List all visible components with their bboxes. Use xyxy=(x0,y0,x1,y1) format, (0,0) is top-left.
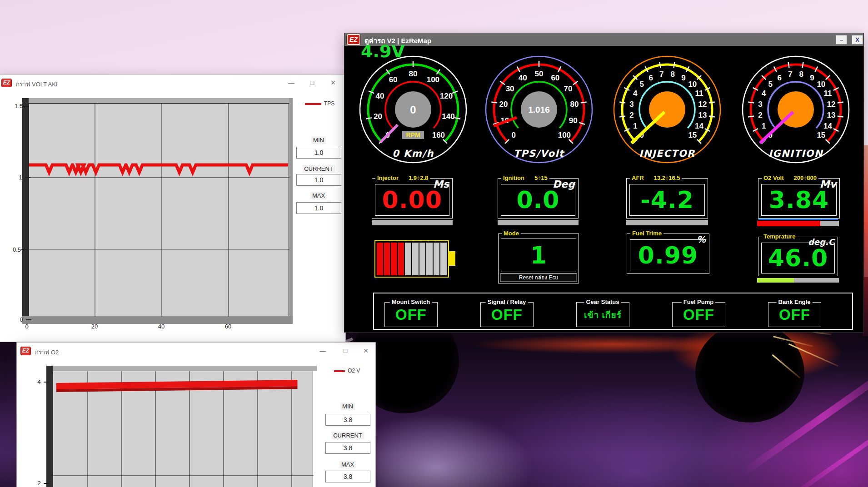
gauge-tick-label: 20 xyxy=(374,112,382,121)
temperature-label: Temprature xyxy=(762,233,798,240)
status-value: OFF xyxy=(779,306,810,323)
car-tire-right xyxy=(695,323,804,422)
status-mount-switch: OFF xyxy=(384,302,438,327)
minimize-button[interactable]: — xyxy=(315,345,330,356)
rpm-badge: RPM xyxy=(406,131,420,139)
gauge-tick-label: 11 xyxy=(823,89,832,98)
gauge-tick-label: 120 xyxy=(440,92,453,100)
maximize-button[interactable]: □ xyxy=(338,345,353,356)
battery-cell xyxy=(419,243,426,275)
legend-color-swatch xyxy=(305,103,321,105)
gauge-tick xyxy=(788,62,789,68)
battery-cell xyxy=(440,243,447,275)
gauge-tick-label: 8 xyxy=(671,70,675,79)
battery-cell xyxy=(434,243,440,275)
maximize-button[interactable]: □ xyxy=(304,77,320,88)
app-logo: EZ xyxy=(347,34,360,45)
status-gear-status: เข้า เกียร์ xyxy=(576,302,629,327)
display-value: 0.00 xyxy=(382,186,442,214)
chart-series-svg xyxy=(53,371,314,487)
gauge-tick-label: 3 xyxy=(758,100,762,109)
status-value: เข้า เกียร์ xyxy=(584,308,622,322)
gauge-center-value: 1.016 xyxy=(528,105,550,114)
battery-cell xyxy=(377,243,383,275)
gauge-tick xyxy=(619,102,625,103)
gauge-tick-label: 5 xyxy=(639,80,644,89)
gauge-tick-label: 7 xyxy=(659,70,663,79)
display-afr: AFR13.2÷16.5-4.2 xyxy=(626,178,708,219)
display-label: Ignition5÷15 xyxy=(501,174,549,181)
gauge-tps-volt: 01020304050607080901001.016TPS/Volt xyxy=(482,53,596,166)
gauge-tick xyxy=(619,116,625,117)
window-ezremap: EZ ดูค่ารถ V2 | EzReMap – X Injector1.9÷… xyxy=(344,33,864,333)
gauge-tick-label: 10 xyxy=(817,80,825,89)
chart-bevel-right xyxy=(289,98,293,316)
status-fuel-pump: OFF xyxy=(672,302,725,327)
field-input-max[interactable]: 1.0 xyxy=(296,202,341,214)
fuel-trim-value: 0.99 xyxy=(638,242,698,269)
chart-plot-area xyxy=(53,371,313,487)
y-tick-label: 4 xyxy=(37,378,40,385)
display-value-box: 0.00 xyxy=(375,184,449,216)
gauge-tick-label: 80 xyxy=(570,100,579,109)
display-injector: Injector1.9÷2.8Ms0.00 xyxy=(372,178,453,219)
close-button[interactable]: X xyxy=(852,35,863,45)
gauge-tick-label: 100 xyxy=(427,75,439,84)
status-signal-relay: OFF xyxy=(480,302,534,327)
gauge-tick-label: 1 xyxy=(762,122,766,130)
reset-ecu-button[interactable]: Reset กล่อง Ecu xyxy=(500,273,577,282)
display-value: 3.84 xyxy=(769,186,829,214)
chart-series-svg xyxy=(29,104,289,317)
field-input-min[interactable]: 1.0 xyxy=(296,147,341,159)
o2-level-bar xyxy=(757,221,839,226)
battery-cell xyxy=(384,243,390,275)
mode-groupbox: Mode 1 Reset กล่อง Ecu xyxy=(498,234,579,283)
o2-level-fill xyxy=(757,221,820,226)
mode-label: Mode xyxy=(502,230,521,237)
y-tick xyxy=(26,319,31,320)
gauge-tick-label: 60 xyxy=(551,74,559,82)
field-input-current[interactable]: 1.0 xyxy=(296,174,341,186)
gauge-tick-label: 2 xyxy=(758,111,762,119)
status-label: Bank Engle xyxy=(777,298,813,305)
gauge-tick-label: 13 xyxy=(827,111,836,119)
minimize-button[interactable]: — xyxy=(284,77,299,88)
gauge-name-label: INJECTOR xyxy=(639,148,695,159)
battery-terminal xyxy=(449,251,455,266)
display-name: O2 Volt xyxy=(763,174,784,181)
y-tick-label: 0.5 xyxy=(13,246,21,253)
gauge-tick xyxy=(491,102,497,103)
chart-bevel-left xyxy=(22,98,29,324)
display-value: -4.2 xyxy=(640,186,694,214)
window-title: กราฟ O2 xyxy=(35,348,59,357)
display-value-box: -4.2 xyxy=(629,184,705,216)
display-label: O2 Volt200÷800 xyxy=(762,174,818,181)
gauge-name-label: IGNITION xyxy=(768,148,823,159)
minimize-button[interactable]: – xyxy=(836,35,847,45)
titlebar: EZ ดูค่ารถ V2 | EzReMap – X xyxy=(344,33,863,46)
field-input-max[interactable]: 3.8 xyxy=(325,471,370,482)
gauge-tick-label: 13 xyxy=(698,111,707,119)
field-label-min: MIN xyxy=(340,403,355,410)
gauge-ignition: 0123456789101112131415IGNITION xyxy=(739,53,853,166)
battery-cell xyxy=(426,243,433,275)
status-label: Fuel Pump xyxy=(682,298,715,305)
window-volt-aki: EZ กราฟ VOLT AKI — □ ✕ 1.510.500204060 T… xyxy=(0,74,346,342)
close-button[interactable]: ✕ xyxy=(325,77,341,88)
field-input-min[interactable]: 3.8 xyxy=(325,414,370,426)
display-name: Injector xyxy=(377,174,399,181)
gauge-tick-label: 30 xyxy=(506,84,514,93)
chart-bevel-top xyxy=(22,98,293,103)
y-tick xyxy=(44,382,49,383)
field-input-current[interactable]: 3.8 xyxy=(325,442,370,454)
field-label-current: CURRENT xyxy=(302,165,335,173)
close-button[interactable]: ✕ xyxy=(358,345,374,356)
gauge-tick-label: 160 xyxy=(432,131,445,139)
y-tick-label: 1.5 xyxy=(15,103,23,109)
mode-value: 1 xyxy=(530,242,547,269)
gauge-tick-label: 11 xyxy=(695,89,703,98)
gauge-tick-label: 40 xyxy=(519,74,527,82)
field-label-max: MAX xyxy=(339,461,356,468)
gauge-tick-label: 50 xyxy=(535,70,544,78)
display-label: AFR13.2÷16.5 xyxy=(630,174,682,181)
